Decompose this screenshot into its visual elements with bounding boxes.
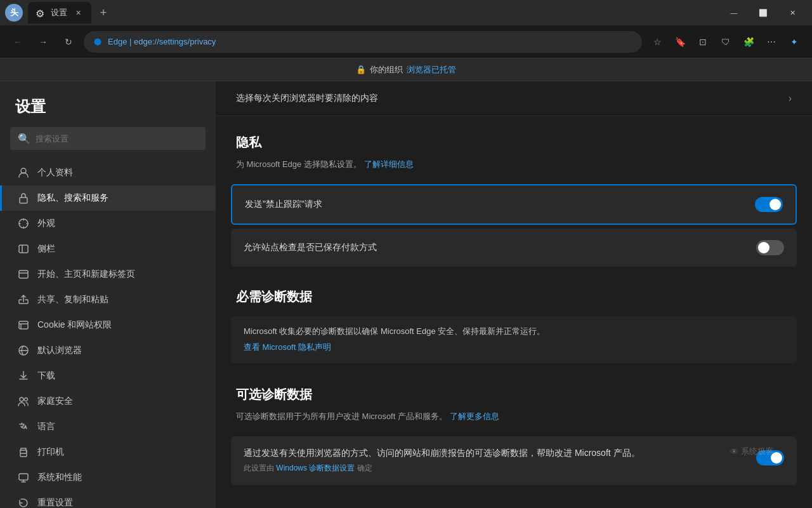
privacy-statement-link[interactable]: 查看 Microsoft 隐私声明	[244, 342, 331, 352]
default-browser-icon	[17, 344, 30, 357]
content-area: 选择每次关闭浏览器时要清除的内容 › 隐私 为 Microsoft Edge 选…	[216, 81, 812, 508]
windows-diag-link[interactable]: Windows 诊断数据设置	[276, 464, 355, 472]
info-bar-link[interactable]: 浏览器已托管	[407, 64, 456, 76]
browser-essentials-icon[interactable]: 🛡	[716, 32, 736, 52]
svg-rect-9	[20, 453, 27, 457]
close-button[interactable]: ✕	[778, 0, 807, 25]
more-tools-icon[interactable]: ⋯	[761, 32, 782, 52]
sidebar-item-label-sidebar: 侧栏	[37, 243, 55, 255]
optional-diag-learn-link[interactable]: 了解更多信息	[450, 411, 499, 421]
privacy-desc: 为 Microsoft Edge 选择隐私设置。 了解详细信息	[216, 156, 812, 180]
start-icon	[17, 268, 30, 281]
info-bar-text: 你的组织	[370, 64, 403, 76]
family-icon	[17, 395, 30, 408]
privacy-desc-text: 为 Microsoft Edge 选择隐私设置。	[236, 159, 362, 169]
new-tab-button[interactable]: +	[94, 3, 113, 22]
sidebar-item-privacy[interactable]: 隐私、搜索和服务	[0, 185, 216, 211]
collections-icon[interactable]: 🔖	[670, 32, 690, 52]
privacy-icon	[17, 192, 30, 204]
watermark-icon: 👁	[730, 447, 738, 457]
required-diag-box: Microsoft 收集必要的诊断数据以确保 Microsoft Edge 安全…	[231, 316, 797, 363]
forward-button[interactable]: →	[33, 32, 53, 52]
minimize-button[interactable]: —	[719, 0, 749, 25]
sidebar-item-label-system: 系统和性能	[37, 472, 82, 483]
svg-rect-4	[19, 271, 28, 278]
tab-bar: ⚙ 设置 ✕ +	[28, 2, 719, 23]
tab-close-button[interactable]: ✕	[72, 7, 84, 18]
split-screen-icon[interactable]: ⊡	[693, 32, 713, 52]
sidebar-item-default-browser[interactable]: 默认浏览器	[0, 338, 216, 363]
search-box[interactable]: 🔍	[10, 127, 206, 150]
svg-point-8	[25, 398, 28, 401]
system-icon	[17, 471, 30, 484]
sidebar-item-language[interactable]: 语言	[0, 414, 216, 439]
edge-logo-icon	[93, 37, 103, 47]
sidebar-item-label-appearance: 外观	[37, 218, 55, 229]
copilot-icon[interactable]: ✦	[784, 32, 804, 52]
appearance-icon	[17, 217, 30, 230]
payment-toggle-label: 允许站点检查是否已保存付款方式	[244, 242, 377, 253]
clear-on-close-row[interactable]: 选择每次关闭浏览器时要清除的内容 ›	[216, 81, 812, 116]
sidebar-item-label-privacy: 隐私、搜索和服务	[37, 192, 108, 204]
sidebar-item-share[interactable]: 共享、复制和粘贴	[0, 287, 216, 312]
sidebar-item-label-language: 语言	[37, 421, 55, 432]
search-icon: 🔍	[18, 133, 30, 145]
extensions-icon[interactable]: 🧩	[738, 32, 759, 52]
sidebar: 设置 🔍 个人资料 隐私、搜索和服务 外观	[0, 81, 216, 508]
sidebar-item-label-downloads: 下载	[37, 370, 55, 382]
title-bar-left: 头 ⚙ 设置 ✕ +	[5, 2, 719, 23]
payment-toggle[interactable]	[756, 240, 784, 255]
sidebar-item-sidebar[interactable]: 侧栏	[0, 236, 216, 262]
profile-avatar[interactable]: 头	[5, 4, 23, 22]
sidebar-item-label-browser: 默认浏览器	[37, 345, 82, 356]
optional-diag-desc-text: 可选诊断数据用于为所有用户改进 Microsoft 产品和服务。	[236, 411, 447, 421]
privacy-heading: 隐私	[216, 116, 812, 156]
downloads-icon	[17, 370, 30, 382]
tab-title: 设置	[51, 7, 67, 18]
sidebar-item-cookies[interactable]: Cookie 和网站权限	[0, 312, 216, 338]
sidebar-item-appearance[interactable]: 外观	[0, 211, 216, 236]
svg-rect-5	[19, 321, 28, 329]
active-tab[interactable]: ⚙ 设置 ✕	[28, 2, 91, 23]
payment-toggle-row: 允许站点检查是否已保存付款方式	[231, 229, 797, 267]
lock-icon: 🔒	[356, 65, 366, 74]
sidebar-item-system[interactable]: 系统和性能	[0, 465, 216, 490]
optional-diag-toggle-row: 通过发送有关使用浏览器的方式、访问的网站和崩溃报告的可选诊断数据，帮助改进 Mi…	[231, 436, 797, 485]
sidebar-item-label-cookies: Cookie 和网站权限	[37, 319, 112, 331]
reset-icon	[17, 497, 30, 508]
address-bar: ← → ↻ Edge | edge://settings/privacy ☆ 🔖…	[0, 25, 812, 58]
privacy-learn-more-link[interactable]: 了解详细信息	[364, 159, 414, 169]
sidebar-item-family[interactable]: 家庭安全	[0, 389, 216, 414]
svg-rect-3	[19, 245, 28, 253]
sidebar-item-label-reset: 重置设置	[37, 497, 73, 508]
favorites-icon[interactable]: ☆	[647, 32, 667, 52]
sidebar-item-start[interactable]: 开始、主页和新建标签页	[0, 262, 216, 287]
sidebar-icon	[17, 243, 30, 255]
profile-icon	[17, 166, 30, 179]
svg-point-10	[26, 451, 27, 453]
info-bar: 🔒 你的组织 浏览器已托管	[0, 58, 812, 81]
url-bar[interactable]: Edge | edge://settings/privacy	[84, 31, 642, 53]
svg-rect-1	[20, 197, 27, 203]
optional-diag-heading: 可选诊断数据	[216, 368, 812, 408]
toolbar-icons: ☆ 🔖 ⊡ 🛡 🧩 ⋯ ✦	[647, 32, 804, 52]
sidebar-item-label-printer: 打印机	[37, 446, 64, 458]
main-layout: 设置 🔍 个人资料 隐私、搜索和服务 外观	[0, 81, 812, 508]
sidebar-item-profile[interactable]: 个人资料	[0, 160, 216, 185]
language-icon	[17, 420, 30, 433]
sidebar-item-reset[interactable]: 重置设置	[0, 490, 216, 508]
maximize-button[interactable]: ⬜	[749, 0, 778, 25]
sidebar-item-downloads[interactable]: 下载	[0, 363, 216, 389]
refresh-button[interactable]: ↻	[58, 32, 79, 52]
sidebar-item-printer[interactable]: 打印机	[0, 439, 216, 465]
dnt-toggle-row: 发送"禁止跟踪"请求	[231, 184, 797, 225]
back-button[interactable]: ←	[8, 32, 28, 52]
required-diag-heading: 必需诊断数据	[216, 271, 812, 311]
sidebar-item-label-start: 开始、主页和新建标签页	[37, 269, 135, 280]
dnt-toggle[interactable]	[755, 197, 783, 212]
sidebar-item-label-family: 家庭安全	[37, 396, 73, 407]
url-prefix: Edge	[108, 37, 127, 46]
sidebar-item-label-profile: 个人资料	[37, 167, 73, 178]
search-input[interactable]	[36, 134, 198, 144]
cookies-icon	[17, 319, 30, 331]
